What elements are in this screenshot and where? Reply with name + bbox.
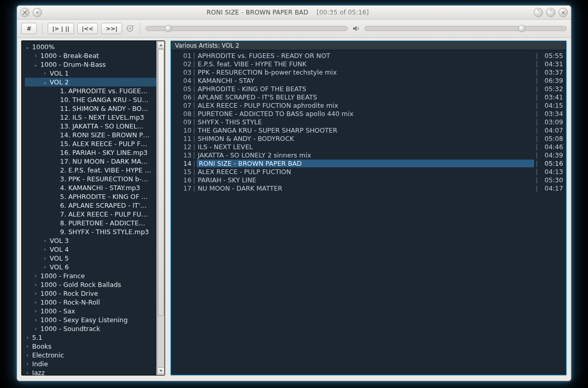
chevron-right-icon[interactable]: › <box>33 324 38 333</box>
chevron-right-icon[interactable]: › <box>25 333 30 342</box>
chevron-right-icon[interactable]: › <box>42 263 48 271</box>
tree-track[interactable]: 10. THE GANGA KRU - SU… <box>25 95 156 104</box>
tree-track[interactable]: 14. RONI SIZE - BROWN P… <box>25 131 156 139</box>
tree-track[interactable]: 11. SHIMON & ANDY - BO… <box>25 104 156 113</box>
volume-icon[interactable] <box>352 24 360 33</box>
playlist-row[interactable]: 13|JAKATTA - SO LONELY 2 sinners mix|04:… <box>174 151 563 159</box>
tree-root[interactable]: ⌄1000% <box>25 42 156 51</box>
playlist-row[interactable]: 16|PARIAH - SKY LINE|05:30 <box>174 176 563 184</box>
tree-item[interactable]: ⌄1000 - Drum-N-Bass <box>25 60 156 69</box>
tree-item[interactable]: ›1000 - Sexy Easy Listening <box>25 315 156 324</box>
volume-slider[interactable] <box>364 26 567 31</box>
chevron-right-icon[interactable]: › <box>33 298 38 307</box>
chevron-right-icon[interactable]: › <box>33 307 38 315</box>
tree-track[interactable]: 16. PARIAH - SKY LINE.mp3 <box>25 148 156 157</box>
chevron-right-icon[interactable]: › <box>25 342 30 351</box>
tree-track[interactable]: 5. APHRODITE - KING OF … <box>25 192 156 201</box>
tree-track[interactable]: 9. SHYFX - THIS STYLE.mp3 <box>25 227 156 236</box>
tree-item[interactable]: ›1000 - Gold Rock Ballads <box>25 280 156 289</box>
chevron-down-icon[interactable]: ⌄ <box>25 42 30 51</box>
next-track-button[interactable]: >>| <box>101 23 122 34</box>
close-icon[interactable]: × <box>558 8 568 17</box>
chevron-right-icon[interactable]: › <box>33 271 38 280</box>
tree-item[interactable]: ›1000 - Break-Beat <box>25 51 156 60</box>
tree-track[interactable]: 2. E.P.S. feat. VIBE - HYPE … <box>25 166 156 175</box>
tree-track[interactable]: 15. ALEX REECE - PULP F… <box>25 139 156 148</box>
playlist-row[interactable]: 01|APHRODITE vs. FUGEES - READY OR NOT|0… <box>174 51 563 60</box>
tree-item[interactable]: ›Jazz <box>25 368 156 375</box>
playlist-row[interactable]: 07|ALEX REECE - PULP FUCTION aphrodite m… <box>174 101 563 109</box>
tree-track[interactable]: 7. ALEX REECE - PULP FU… <box>25 210 156 219</box>
playlist-row[interactable]: 10|THE GANGA KRU - SUPER SHARP SHOOTER|0… <box>174 126 563 134</box>
seek-thumb[interactable] <box>165 25 172 32</box>
tree-item[interactable]: ›Electronic <box>25 351 156 360</box>
chevron-right-icon[interactable]: › <box>33 280 38 289</box>
minimize-icon[interactable]: ˅ <box>534 8 543 17</box>
tree-track[interactable]: 6. APLANE SCRAPED - IT'… <box>25 201 156 210</box>
tree-track[interactable]: 13. JAKATTA - SO LONEL… <box>25 122 156 131</box>
chevron-right-icon[interactable]: › <box>42 69 48 78</box>
app-menu-icon[interactable] <box>20 8 30 17</box>
tree-item[interactable]: ›Indie <box>25 360 156 368</box>
playlist-row[interactable]: 08|PURETONE - ADDICTED TO BASS apollo 44… <box>174 109 563 118</box>
chevron-right-icon[interactable]: › <box>25 368 30 375</box>
scroll-up-icon[interactable] <box>157 41 165 49</box>
playlist-row[interactable]: 03|PPK - RESURECTION b-power techstyle m… <box>174 68 563 76</box>
chevron-down-icon[interactable]: ⌄ <box>42 78 48 87</box>
chevron-right-icon[interactable]: › <box>33 51 38 60</box>
chevron-right-icon[interactable]: › <box>42 245 48 254</box>
tree-item[interactable]: ›Books <box>25 342 156 351</box>
tree-track[interactable]: 4. KAMANCHI - STAY.mp3 <box>25 183 156 192</box>
tree-scrollbar[interactable] <box>156 41 165 375</box>
tree-item[interactable]: ›5.1 <box>25 333 156 342</box>
playlist-row[interactable]: 15|ALEX REECE - PULP FUCTION|04:13 <box>174 167 563 176</box>
tree-track[interactable]: 8. PURETONE - ADDICTE… <box>25 219 156 227</box>
tree-item[interactable]: ›VOL 1 <box>25 69 156 78</box>
tree-item[interactable]: ›VOL 5 <box>25 254 156 263</box>
prev-track-button[interactable]: |<< <box>77 23 98 34</box>
divider-icon: | <box>192 168 197 176</box>
chevron-right-icon[interactable]: › <box>42 254 48 263</box>
tree-item[interactable]: ›1000 - France <box>25 271 156 280</box>
tree-item[interactable]: ›1000 - Sax <box>25 307 156 315</box>
scrollbar-thumb[interactable] <box>158 49 164 316</box>
chevron-right-icon[interactable]: › <box>33 315 38 324</box>
scrollbar-track[interactable] <box>157 49 165 367</box>
playlist-row[interactable]: 17|NU MOON - DARK MATTER|04:17 <box>174 184 563 192</box>
playlist-row-playing[interactable]: 14|RONI SIZE - BROWN PAPER BAD|05:16 <box>174 159 563 167</box>
playlist-row[interactable]: 06|APLANE SCRAPED - IT'S BELLY BEATS|03:… <box>174 93 563 101</box>
cd-eject-icon[interactable] <box>126 24 135 33</box>
scroll-down-icon[interactable] <box>157 367 165 375</box>
playlist-row[interactable]: 12|ILS - NEXT LEVEL|04:46 <box>174 142 563 151</box>
play-pause-button[interactable]: |> | || <box>48 23 74 34</box>
tree-track[interactable]: 1. APHRODITE vs. FUGEE… <box>25 87 156 95</box>
divider-icon: | <box>534 160 539 167</box>
volume-thumb[interactable] <box>518 25 525 32</box>
chevron-right-icon[interactable]: › <box>25 351 30 360</box>
tree-item[interactable]: ›1000 - Rock-N-Roll <box>25 298 156 307</box>
tree-track[interactable]: 3. PPK - RESURECTION b-… <box>25 175 156 183</box>
playlist-row[interactable]: 05|APHRODITE - KING OF THE BEATS|05:32 <box>174 84 563 93</box>
chevron-right-icon[interactable]: › <box>25 360 30 368</box>
tree-item[interactable]: ›1000 - Rock Drive <box>25 289 156 298</box>
tree-item[interactable]: ›VOL 3 <box>25 236 156 245</box>
seek-slider[interactable] <box>145 26 348 31</box>
playlist-row[interactable]: 09|SHYFX - THIS STYLE|03:09 <box>174 118 563 126</box>
tree-item[interactable]: ›VOL 4 <box>25 245 156 254</box>
chevron-down-icon[interactable]: ⌄ <box>33 60 38 69</box>
tree-item[interactable]: ›1000 - Soundtrack <box>25 324 156 333</box>
tree-track[interactable]: 17. NU MOON - DARK MA… <box>25 157 156 166</box>
chevron-right-icon[interactable]: › <box>33 289 38 298</box>
playlist-row[interactable]: 11|SHIMON & ANDY - BODYROCK|05:08 <box>174 134 563 142</box>
tree-track[interactable]: 12. ILS - NEXT LEVEL.mp3 <box>25 113 156 122</box>
playlist-row[interactable]: 02|E.P.S. feat. VIBE - HYPE THE FUNK|04:… <box>174 60 563 68</box>
library-tree[interactable]: ⌄1000%›1000 - Break-Beat⌄1000 - Drum-N-B… <box>22 41 156 375</box>
options-button[interactable]: # <box>21 23 37 34</box>
playlist-row[interactable]: 04|KAMANCHI - STAY|06:39 <box>174 76 563 84</box>
tree-item[interactable]: ›VOL 6 <box>25 263 156 271</box>
tree-item-selected[interactable]: ⌄VOL 2 <box>25 78 156 87</box>
chevron-right-icon[interactable]: › <box>42 236 48 245</box>
sticky-window-icon[interactable] <box>33 8 42 17</box>
playlist-body[interactable]: 01|APHRODITE vs. FUGEES - READY OR NOT|0… <box>171 50 566 375</box>
maximize-icon[interactable]: ˄ <box>546 8 555 17</box>
